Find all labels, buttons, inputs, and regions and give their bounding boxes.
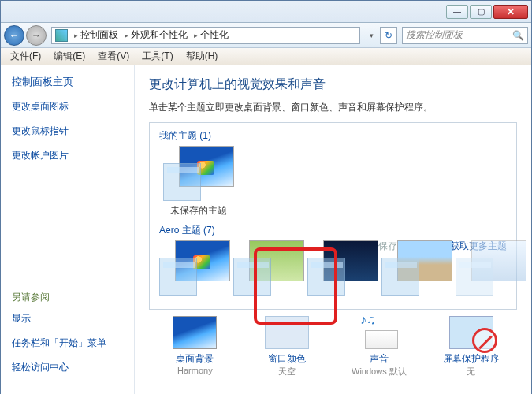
theme-aero-2[interactable]: [233, 240, 304, 299]
sidebar-link-ease-of-access[interactable]: 轻松访问中心: [12, 361, 123, 374]
search-icon: 🔍: [512, 30, 524, 41]
back-button[interactable]: ←: [4, 25, 24, 46]
crumb-control-panel[interactable]: ▸控制面板: [71, 28, 121, 42]
chevron-down-icon[interactable]: ▾: [365, 32, 378, 39]
window-titlebar: — ▢ ✕: [1, 1, 531, 23]
crumb-personalization[interactable]: ▸个性化: [191, 28, 232, 42]
sidebar-link-desktop-icons[interactable]: 更改桌面图标: [12, 100, 123, 113]
navigation-bar: ← → ▸控制面板 ▸外观和个性化 ▸个性化 ▾ ↻ 搜索控制面板 🔍: [1, 23, 531, 48]
search-input[interactable]: 搜索控制面板 🔍: [402, 27, 528, 44]
sound-icon: [357, 316, 401, 349]
forward-button: →: [26, 25, 47, 46]
sidebar: 控制面板主页 更改桌面图标 更改鼠标指针 更改帐户图片 另请参阅 显示 任务栏和…: [1, 65, 135, 394]
theme-aero-1[interactable]: [159, 240, 230, 299]
sidebar-link-account-picture[interactable]: 更改帐户图片: [12, 149, 123, 162]
personalization-options: 桌面背景 Harmony 窗口颜色 天空 声音 Windows 默认 屏幕保护程…: [149, 316, 517, 377]
page-heading: 更改计算机上的视觉效果和声音: [149, 76, 517, 93]
see-also-label: 另请参阅: [12, 291, 123, 304]
desktop-background-icon: [173, 316, 217, 349]
menu-file[interactable]: 文件(F): [6, 50, 46, 63]
theme-aero-4[interactable]: [381, 240, 452, 299]
sidebar-link-taskbar-start[interactable]: 任务栏和「开始」菜单: [12, 336, 123, 350]
theme-aero-3[interactable]: [307, 240, 378, 299]
screensaver-icon: [449, 316, 493, 349]
control-panel-icon: [55, 29, 68, 42]
maximize-button[interactable]: ▢: [470, 5, 492, 19]
search-placeholder: 搜索控制面板: [406, 28, 463, 42]
sidebar-home[interactable]: 控制面板主页: [12, 75, 123, 89]
menu-edit[interactable]: 编辑(E): [49, 50, 90, 63]
sidebar-link-mouse-pointers[interactable]: 更改鼠标指针: [12, 125, 123, 138]
option-desktop-background[interactable]: 桌面背景 Harmony: [155, 316, 234, 377]
my-themes-label: 我的主题 (1): [159, 129, 507, 143]
refresh-button[interactable]: ↻: [380, 27, 397, 44]
close-button[interactable]: ✕: [493, 5, 528, 19]
menu-help[interactable]: 帮助(H): [181, 50, 223, 63]
menu-tools[interactable]: 工具(T): [137, 50, 177, 63]
content-pane: 更改计算机上的视觉效果和声音 单击某个主题立即更改桌面背景、窗口颜色、声音和屏幕…: [135, 65, 531, 394]
page-subtext: 单击某个主题立即更改桌面背景、窗口颜色、声音和屏幕保护程序。: [149, 101, 517, 114]
breadcrumb[interactable]: ▸控制面板 ▸外观和个性化 ▸个性化: [51, 27, 360, 44]
window-color-overlay-icon: [163, 163, 201, 201]
sidebar-link-display[interactable]: 显示: [12, 312, 123, 325]
theme-name: 未保存的主题: [159, 204, 238, 217]
menu-bar: 文件(F) 编辑(E) 查看(V) 工具(T) 帮助(H): [1, 48, 531, 65]
crumb-appearance[interactable]: ▸外观和个性化: [121, 28, 191, 42]
option-screensaver[interactable]: 屏幕保护程序 无: [432, 316, 511, 377]
theme-unsaved[interactable]: 未保存的主题: [159, 146, 238, 217]
themes-panel: 我的主题 (1) 未保存的主题 保存主题 联机获取更多主题 Aero 主题 (7…: [149, 122, 517, 310]
minimize-button[interactable]: —: [446, 5, 468, 19]
option-window-color[interactable]: 窗口颜色 天空: [247, 316, 326, 377]
theme-aero-5[interactable]: [456, 240, 526, 299]
option-sound[interactable]: 声音 Windows 默认: [340, 316, 419, 377]
menu-view[interactable]: 查看(V): [93, 50, 134, 63]
window-color-icon: [265, 316, 309, 349]
aero-themes-label: Aero 主题 (7): [159, 224, 507, 237]
